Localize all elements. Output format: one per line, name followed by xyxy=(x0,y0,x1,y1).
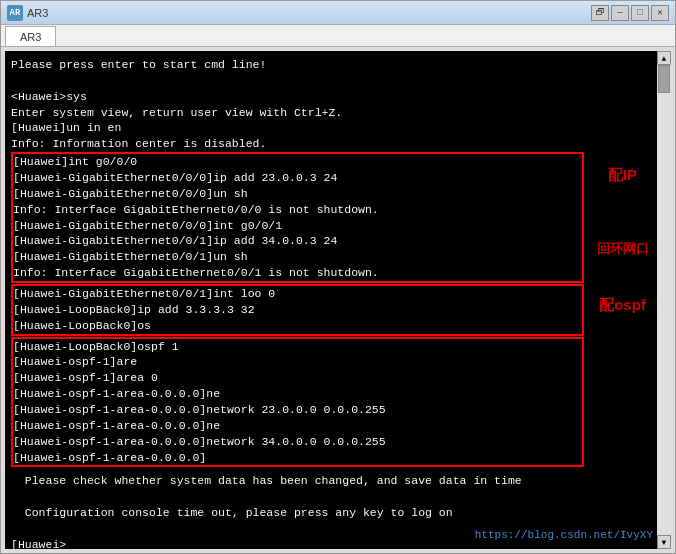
terminal-line: [Huawei-LoopBack0]ip add 3.3.3.3 32 xyxy=(13,302,582,318)
terminal-line: [Huawei-ospf-1-area-0.0.0.0]ne xyxy=(13,418,582,434)
terminal-line: [Huawei-GigabitEthernet0/0/1]int loo 0 xyxy=(13,286,582,302)
terminal-line: [Huawei-GigabitEthernet0/0/1]un sh xyxy=(13,249,582,265)
terminal-line: [Huawei-GigabitEthernet0/0/0]un sh xyxy=(13,186,582,202)
terminal-line: [Huawei-ospf-1]area 0 xyxy=(13,370,582,386)
annotation-ospf: 配ospf xyxy=(592,296,653,315)
terminal-line: [Huawei-ospf-1-area-0.0.0.0]network 23.0… xyxy=(13,402,582,418)
scroll-thumb[interactable] xyxy=(658,65,670,93)
terminal-line: [Huawei-GigabitEthernet0/0/0]ip add 23.0… xyxy=(13,170,582,186)
red-box-ospf: [Huawei-LoopBack0]ospf 1 [Huawei-ospf-1]… xyxy=(11,337,584,468)
annotation-loopback: 回环网口 xyxy=(592,240,653,258)
terminal-line: Info: Interface GigabitEthernet0/0/0 is … xyxy=(13,202,582,218)
scroll-down-button[interactable]: ▼ xyxy=(657,535,671,549)
terminal-line: [Huawei]un in en xyxy=(11,120,588,136)
tab-bar: AR3 xyxy=(1,25,675,47)
terminal-line: [Huawei]int g0/0/0 xyxy=(13,154,582,170)
terminal-line: Info: Information center is disabled. xyxy=(11,136,588,152)
terminal-line: [Huawei-GigabitEthernet0/0/1]ip add 34.0… xyxy=(13,233,582,249)
window-title: AR3 xyxy=(27,7,591,19)
scroll-track xyxy=(657,65,671,535)
app-icon: AR xyxy=(7,5,23,21)
terminal-line xyxy=(11,73,588,89)
terminal-line: [Huawei-LoopBack0]ospf 1 xyxy=(13,339,582,355)
window-controls: 🗗 — □ ✕ xyxy=(591,5,669,21)
terminal-line: [Huawei-GigabitEthernet0/0/0]int g0/0/1 xyxy=(13,218,582,234)
red-box-loopback: [Huawei-GigabitEthernet0/0/1]int loo 0 [… xyxy=(11,284,584,336)
terminal-output: Please press enter to start cmd line! <H… xyxy=(5,51,592,549)
tab-ar3[interactable]: AR3 xyxy=(5,26,56,46)
main-window: AR AR3 🗗 — □ ✕ AR3 Please press enter to… xyxy=(0,0,676,554)
scroll-up-button[interactable]: ▲ xyxy=(657,51,671,65)
minimize-button[interactable]: — xyxy=(611,5,629,21)
restore-button[interactable]: 🗗 xyxy=(591,5,609,21)
title-bar: AR AR3 🗗 — □ ✕ xyxy=(1,1,675,25)
url-link[interactable]: https://blog.csdn.net/IvyXY xyxy=(475,528,592,543)
terminal-line: Enter system view, return user view with… xyxy=(11,105,588,121)
annotation-ip: 配IP xyxy=(592,166,653,185)
annotations-column: 配IP 回环网口 配ospf xyxy=(592,51,657,549)
terminal-line: Info: Interface GigabitEthernet0/0/1 is … xyxy=(13,265,582,281)
terminal-line: Please press enter to start cmd line! xyxy=(11,57,588,73)
warning-line-1: Please check whether system data has bee… xyxy=(11,473,588,489)
terminal-line: [Huawei-ospf-1-area-0.0.0.0] xyxy=(13,450,582,466)
warning-line-3: Configuration console time out, please p… xyxy=(11,505,588,521)
terminal-line: [Huawei-ospf-1-area-0.0.0.0]ne xyxy=(13,386,582,402)
red-box-ip: [Huawei]int g0/0/0 [Huawei-GigabitEthern… xyxy=(11,152,584,283)
warning-line-2 xyxy=(11,489,588,505)
terminal-line: [Huawei-ospf-1-area-0.0.0.0]network 34.0… xyxy=(13,434,582,450)
scrollbar[interactable]: ▲ ▼ xyxy=(657,51,671,549)
terminal-line: [Huawei-LoopBack0]os xyxy=(13,318,582,334)
close-button[interactable]: ✕ xyxy=(651,5,669,21)
terminal-line: <Huawei>sys xyxy=(11,89,588,105)
terminal-line: [Huawei-ospf-1]are xyxy=(13,354,582,370)
maximize-button[interactable]: □ xyxy=(631,5,649,21)
